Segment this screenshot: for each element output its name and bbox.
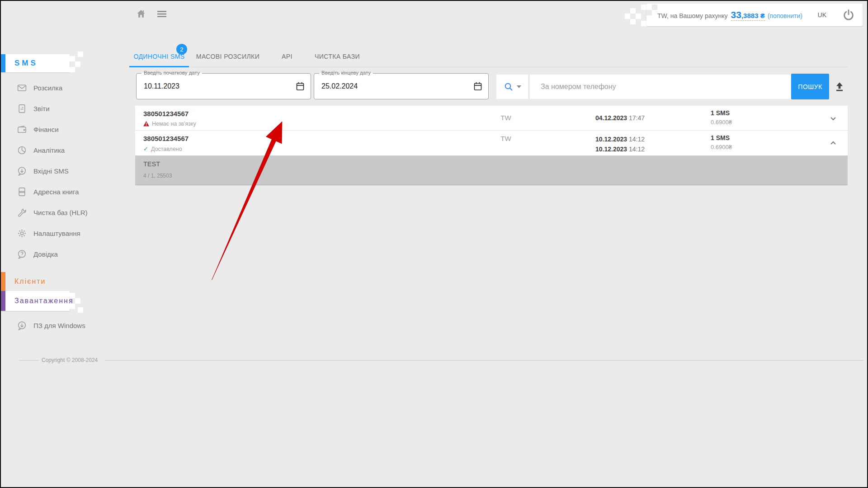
language-switcher[interactable]: UK	[804, 11, 826, 19]
search-button[interactable]: ПОШУК	[791, 74, 829, 99]
expand-row-button[interactable]	[828, 113, 839, 126]
search-input[interactable]	[530, 75, 791, 99]
row-status: ✓ Доставлено	[143, 145, 182, 152]
sidebar-item-finansy[interactable]: Фінанси	[1, 119, 123, 140]
row-price: 0.6900₴	[711, 119, 732, 126]
topup-link[interactable]: (поповнити)	[768, 12, 802, 19]
tab-api[interactable]: API	[275, 45, 299, 67]
download-bubble-icon	[17, 321, 27, 330]
row-sender: TW	[479, 114, 533, 122]
sidebar-menu: Розсилка Звіти Фінанси Аналітика	[1, 77, 123, 264]
sidebar-item-chystka-baz[interactable]: Чистка баз (HLR)	[1, 202, 123, 223]
sidebar-section-downloads[interactable]: Завантаження	[1, 291, 70, 311]
date-from-input[interactable]: Введіть початкову дату 10.11.2023	[136, 73, 311, 99]
sidebar-section-sms-label: SMS	[14, 59, 38, 68]
sidebar-item-vhidni-sms[interactable]: Вхідні SMS	[1, 160, 123, 181]
pixel-decor	[652, 5, 657, 10]
language-label: UK	[818, 11, 826, 19]
pixel-decor	[636, 14, 641, 19]
row-time: 17:47	[629, 114, 645, 122]
document-icon	[17, 104, 27, 113]
balance-fraction: ,3883 ₴	[741, 12, 765, 19]
export-button[interactable]	[833, 80, 846, 94]
question-icon	[17, 249, 27, 259]
pixel-decor	[78, 307, 83, 313]
date-to-input[interactable]: Введіть кінцеву дату 25.02.2024	[314, 73, 489, 99]
calendar-icon[interactable]	[296, 81, 305, 93]
row-time: 14:12	[629, 136, 645, 143]
sidebar-item-label: Адресна книга	[33, 188, 79, 196]
pixel-decor	[630, 8, 636, 14]
sidebar-item-zvity[interactable]: Звіти	[1, 98, 123, 119]
copyright: Copyright © 2008-2024	[42, 357, 98, 363]
tab-label: МАСОВІ РОЗСИЛКИ	[196, 53, 259, 60]
pixel-decor	[70, 67, 75, 72]
pixel-decor	[641, 21, 646, 26]
upload-icon	[834, 81, 845, 93]
chevron-down-icon	[828, 113, 839, 124]
date-to-value: 25.02.2024	[321, 74, 358, 99]
home-icon	[135, 8, 147, 19]
balance-amount[interactable]: 33,3883 ₴	[731, 9, 765, 21]
row-datetime: 10.12.2023 14:1210.12.2023 14:12	[595, 134, 645, 154]
search-type-dropdown[interactable]	[496, 75, 528, 99]
ukraine-flag-icon	[804, 12, 814, 19]
sidebar-section-clients[interactable]: Клієнти	[1, 272, 123, 291]
tab-label: ОДИНОЧНІ SMS	[133, 53, 184, 60]
pixel-decor	[70, 56, 75, 61]
sidebar-item-label: Налаштування	[33, 230, 80, 237]
home-button[interactable]	[134, 6, 148, 21]
pixel-decor	[641, 5, 646, 10]
tab-single-sms[interactable]: ОДИНОЧНІ SMS 2	[129, 45, 189, 67]
pixel-decor	[646, 10, 652, 15]
sidebar-section-sms[interactable]: SMS	[1, 54, 70, 72]
row-datetime: 04.12.2023 17:47	[595, 114, 645, 122]
tab-mass-mailings[interactable]: МАСОВІ РОЗСИЛКИ	[189, 45, 267, 67]
row-price: 0.6900₴	[711, 144, 732, 150]
gear-icon	[17, 229, 27, 238]
tab-label: ЧИСТКА БАЗИ	[315, 53, 360, 60]
sidebar-item-dovidka[interactable]: Довідка	[1, 244, 123, 264]
sidebar-item-analityka[interactable]: Аналітика	[1, 140, 123, 160]
tab-base-cleaning[interactable]: ЧИСТКА БАЗИ	[308, 45, 366, 67]
table-row[interactable]: 380501234567 Немає на зв'язку TW 04.12.2…	[135, 106, 848, 131]
sidebar-item-nalashtuvannia[interactable]: Налаштування	[1, 223, 123, 244]
pie-chart-icon	[17, 145, 27, 155]
pixel-decor	[75, 298, 80, 304]
sidebar-section-clients-label: Клієнти	[14, 277, 46, 286]
message-meta: 4 / 1, 25503	[143, 173, 172, 179]
account-panel: TW, на Вашому рахунку 33,3883 ₴ (поповни…	[646, 4, 863, 26]
calendar-icon[interactable]	[473, 81, 482, 93]
balance-main: 33	[731, 9, 741, 20]
inbox-bubble-icon	[17, 166, 27, 176]
collapse-row-button[interactable]	[828, 138, 839, 150]
date-from-value: 10.11.2023	[144, 74, 179, 99]
chevron-down-icon	[517, 85, 521, 88]
pixel-decor	[630, 19, 636, 24]
row-status: Немає на зв'язку	[143, 121, 196, 127]
address-book-icon	[17, 187, 27, 197]
search-field-wrap	[530, 75, 791, 99]
row-status-text: Немає на зв'язку	[152, 121, 196, 127]
pixel-decor	[78, 52, 83, 57]
sidebar-item-rozsylka[interactable]: Розсилка	[1, 77, 123, 98]
sidebar-item-adresna-knyha[interactable]: Адресна книга	[1, 181, 123, 202]
hamburger-menu-button[interactable]	[156, 8, 168, 20]
row-date: 10.12.2023	[595, 145, 627, 153]
table-row[interactable]: 380501234567 ✓ Доставлено TW 10.12.2023 …	[135, 131, 848, 156]
logout-button[interactable]	[842, 8, 855, 22]
chevron-up-icon	[828, 138, 839, 149]
sidebar-item-label: Звіти	[33, 105, 50, 113]
row-expanded-detail: TEST 4 / 1, 25503	[135, 156, 848, 185]
sidebar-item-label: Чистка баз (HLR)	[33, 209, 88, 216]
wrench-icon	[17, 208, 27, 217]
sidebar-item-label: Фінанси	[33, 126, 59, 133]
hamburger-icon	[157, 10, 167, 18]
row-status-text: Доставлено	[151, 146, 182, 152]
warning-icon	[143, 121, 149, 127]
divider	[105, 360, 863, 361]
wallet-icon	[17, 125, 27, 134]
sidebar-item-windows-software[interactable]: ПЗ для Windows	[1, 315, 123, 336]
balance-prefix: TW, на Вашому рахунку	[657, 12, 728, 19]
pixel-decor	[70, 293, 75, 298]
